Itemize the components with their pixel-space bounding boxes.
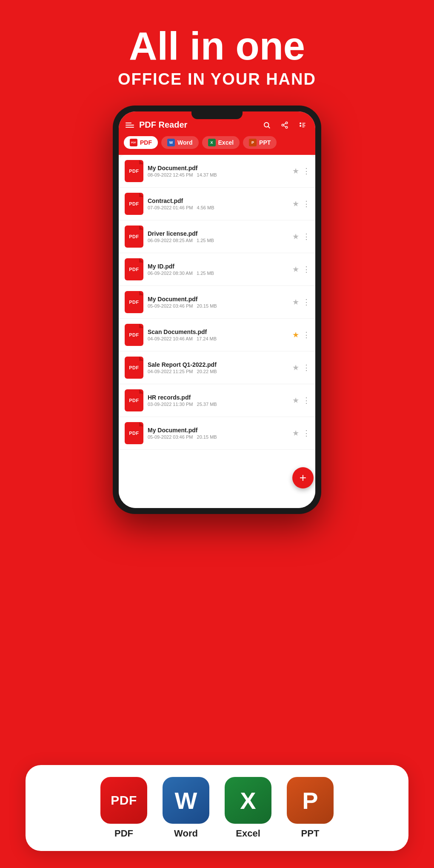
more-options-icon[interactable]: ⋮ — [303, 166, 309, 176]
file-item-2[interactable]: PDF Driver license.pdf 06-09-2022 08:25 … — [119, 220, 315, 253]
file-name: HR records.pdf — [148, 394, 288, 401]
fab-button[interactable]: + — [292, 467, 314, 488]
tab-pdf[interactable]: PDF PDF — [124, 136, 158, 149]
file-name: Driver license.pdf — [148, 230, 288, 237]
file-icon: PDF — [125, 324, 143, 346]
file-list: PDF My Document.pdf 08-09-2022 12:45 PM … — [119, 155, 315, 508]
file-item-7[interactable]: PDF HR records.pdf 03-09-2022 11:30 PM 2… — [119, 384, 315, 417]
file-info: My Document.pdf 05-09-2022 03:46 PM 20.1… — [148, 427, 288, 440]
file-info: My ID.pdf 06-09-2022 08:30 AM 1.25 MB — [148, 263, 288, 276]
file-actions: ★ ⋮ — [292, 297, 309, 307]
star-icon[interactable]: ★ — [292, 297, 299, 307]
pdf-app-icon: PDF — [100, 777, 147, 824]
more-options-icon[interactable]: ⋮ — [303, 265, 309, 274]
file-item-0[interactable]: PDF My Document.pdf 08-09-2022 12:45 PM … — [119, 155, 315, 188]
more-options-icon[interactable]: ⋮ — [303, 297, 309, 307]
file-name: Sale Report Q1-2022.pdf — [148, 361, 288, 368]
ppt-app-icon: P — [287, 777, 334, 824]
tab-word[interactable]: W Word — [161, 136, 199, 149]
file-icon-label: PDF — [129, 234, 139, 239]
file-icon-label: PDF — [129, 431, 139, 436]
excel-app-label: Excel — [236, 828, 260, 839]
tab-pdf-label: PDF — [140, 139, 152, 146]
file-actions: ★ ⋮ — [292, 396, 309, 405]
file-actions: ★ ⋮ — [292, 363, 309, 372]
pdf-tab-icon: PDF — [130, 139, 137, 146]
file-actions: ★ ⋮ — [292, 199, 309, 208]
file-actions: ★ ⋮ — [292, 330, 309, 340]
file-info: Contract.pdf 07-09-2022 01:46 PM 4.56 MB — [148, 197, 288, 210]
file-meta: 03-09-2022 11:30 PM 25.37 MB — [148, 402, 288, 407]
file-icon: PDF — [125, 193, 143, 215]
file-item-8[interactable]: PDF My Document.pdf 05-09-2022 03:46 PM … — [119, 417, 315, 450]
share-icon[interactable] — [279, 119, 291, 131]
file-meta: 08-09-2022 12:45 PM 14.37 MB — [148, 172, 288, 177]
file-icon-label: PDF — [129, 300, 139, 305]
tab-excel[interactable]: X Excel — [202, 136, 240, 149]
more-options-icon[interactable]: ⋮ — [303, 396, 309, 405]
file-icon-label: PDF — [129, 365, 139, 370]
star-icon[interactable]: ★ — [292, 232, 299, 241]
svg-point-4 — [286, 126, 288, 128]
more-options-icon[interactable]: ⋮ — [303, 232, 309, 241]
more-options-icon[interactable]: ⋮ — [303, 199, 309, 208]
svg-rect-10 — [300, 125, 301, 127]
svg-rect-9 — [302, 124, 304, 125]
bottom-app-ppt[interactable]: P PPT — [287, 777, 334, 839]
phone-frame: PDF Reader — [113, 106, 321, 514]
word-icon-text: W — [175, 787, 197, 814]
star-icon[interactable]: ★ — [292, 166, 299, 176]
menu-button[interactable] — [126, 123, 134, 128]
file-name: My ID.pdf — [148, 263, 288, 270]
excel-tab-icon: X — [208, 139, 216, 146]
file-actions: ★ ⋮ — [292, 232, 309, 241]
file-icon: PDF — [125, 258, 143, 280]
file-icon: PDF — [125, 422, 143, 444]
list-view-icon[interactable] — [297, 119, 308, 131]
svg-point-3 — [282, 124, 284, 126]
file-name: Scan Documents.pdf — [148, 328, 288, 335]
more-options-icon[interactable]: ⋮ — [303, 363, 309, 372]
file-meta: 04-09-2022 10:46 AM 17.24 MB — [148, 336, 288, 341]
tab-ppt-label: PPT — [259, 139, 271, 146]
tab-word-label: Word — [177, 139, 193, 146]
svg-rect-8 — [302, 123, 306, 123]
bottom-app-word[interactable]: W Word — [163, 777, 209, 839]
more-options-icon[interactable]: ⋮ — [303, 428, 309, 438]
star-icon[interactable]: ★ — [292, 330, 299, 340]
file-meta: 06-09-2022 08:30 AM 1.25 MB — [148, 271, 288, 276]
tab-ppt[interactable]: P PPT — [243, 136, 277, 149]
file-meta: 05-09-2022 03:46 PM 20.15 MB — [148, 303, 288, 308]
file-item-3[interactable]: PDF My ID.pdf 06-09-2022 08:30 AM 1.25 M… — [119, 253, 315, 286]
star-icon[interactable]: ★ — [292, 363, 299, 372]
phone-notch — [191, 111, 243, 119]
ppt-icon-text: P — [302, 787, 318, 814]
bottom-app-excel[interactable]: X Excel — [225, 777, 271, 839]
svg-line-6 — [283, 123, 286, 124]
file-item-5[interactable]: PDF Scan Documents.pdf 04-09-2022 10:46 … — [119, 319, 315, 351]
file-item-4[interactable]: PDF My Document.pdf 05-09-2022 03:46 PM … — [119, 286, 315, 319]
svg-line-1 — [268, 126, 269, 128]
word-tab-icon: W — [167, 139, 175, 146]
pdf-icon-text: PDF — [111, 793, 137, 808]
file-item-1[interactable]: PDF Contract.pdf 07-09-2022 01:46 PM 4.5… — [119, 188, 315, 220]
hero-subtitle: OFFICE IN YOUR HAND — [0, 70, 434, 89]
phone-wrapper: PDF Reader — [0, 106, 434, 514]
file-icon: PDF — [125, 160, 143, 182]
star-icon[interactable]: ★ — [292, 428, 299, 438]
star-icon[interactable]: ★ — [292, 199, 299, 208]
search-icon[interactable] — [261, 119, 273, 131]
file-item-6[interactable]: PDF Sale Report Q1-2022.pdf 04-09-2022 1… — [119, 351, 315, 384]
svg-point-2 — [286, 122, 288, 124]
file-info: Sale Report Q1-2022.pdf 04-09-2022 11:25… — [148, 361, 288, 374]
star-icon[interactable]: ★ — [292, 265, 299, 274]
bottom-app-pdf[interactable]: PDF PDF — [100, 777, 147, 839]
file-name: My Document.pdf — [148, 427, 288, 434]
file-info: My Document.pdf 08-09-2022 12:45 PM 14.3… — [148, 165, 288, 177]
svg-rect-7 — [300, 123, 301, 124]
more-options-icon[interactable]: ⋮ — [303, 330, 309, 340]
svg-line-5 — [283, 126, 286, 127]
menu-line-1 — [126, 123, 131, 123]
file-meta: 07-09-2022 01:46 PM 4.56 MB — [148, 205, 288, 210]
star-icon[interactable]: ★ — [292, 396, 299, 405]
